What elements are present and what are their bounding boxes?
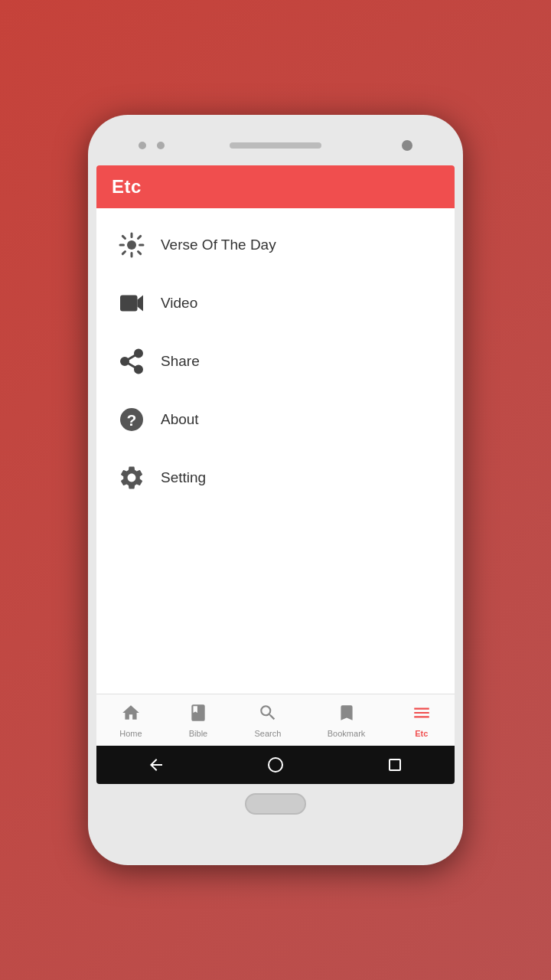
svg-line-15	[128, 355, 135, 360]
physical-home-button[interactable]	[245, 793, 306, 815]
video-label: Video	[161, 295, 197, 312]
page-title: Etc	[112, 176, 142, 198]
svg-point-18	[269, 758, 282, 772]
svg-marker-10	[138, 296, 144, 312]
nav-bible-label: Bible	[189, 729, 207, 738]
svg-rect-9	[120, 296, 138, 312]
nav-item-search[interactable]: Search	[245, 698, 290, 743]
setting-label: Setting	[161, 469, 206, 486]
svg-line-5	[122, 236, 125, 238]
nav-search-label: Search	[254, 729, 281, 738]
svg-line-6	[138, 251, 140, 253]
svg-point-0	[127, 240, 136, 250]
home-icon	[121, 703, 141, 726]
android-home-button[interactable]	[266, 756, 285, 774]
back-button[interactable]	[147, 756, 165, 774]
app-header: Etc	[96, 165, 455, 208]
phone-shell: Etc	[88, 115, 463, 865]
bottom-nav: Home Bible Search	[96, 694, 455, 746]
phone-speaker	[230, 142, 321, 149]
svg-point-11	[135, 350, 142, 357]
nav-bookmark-label: Bookmark	[328, 729, 366, 738]
share-icon	[115, 345, 148, 378]
nav-etc-label: Etc	[415, 729, 428, 738]
book-icon	[188, 703, 208, 726]
phone-camera	[402, 140, 412, 151]
svg-line-8	[122, 251, 125, 253]
nav-item-bible[interactable]: Bible	[179, 698, 217, 743]
menu-item-share[interactable]: Share	[96, 332, 455, 390]
help-icon: ?	[115, 403, 148, 436]
verse-of-the-day-label: Verse Of The Day	[161, 237, 276, 253]
svg-point-13	[135, 366, 142, 373]
nav-home-label: Home	[119, 729, 142, 738]
menu-list: Verse Of The Day Video	[96, 208, 455, 694]
menu-item-setting[interactable]: Setting	[96, 449, 455, 507]
video-icon	[115, 286, 148, 320]
menu-item-about[interactable]: ? About	[96, 390, 455, 449]
svg-line-14	[128, 363, 135, 368]
menu-lines-icon	[412, 703, 432, 726]
nav-item-bookmark[interactable]: Bookmark	[318, 698, 375, 743]
svg-rect-19	[390, 760, 400, 770]
svg-point-12	[122, 358, 129, 365]
about-label: About	[161, 411, 199, 428]
phone-bottom-bezel	[96, 784, 455, 824]
menu-item-verse-of-the-day[interactable]: Verse Of The Day	[96, 216, 455, 274]
nav-item-etc[interactable]: Etc	[403, 698, 441, 743]
phone-top-bezel	[96, 129, 455, 162]
share-label: Share	[161, 353, 200, 370]
menu-item-video[interactable]: Video	[96, 274, 455, 332]
phone-dot-left	[139, 142, 146, 149]
bookmark-icon	[337, 703, 357, 726]
search-icon	[258, 703, 278, 726]
svg-text:?: ?	[127, 411, 137, 429]
phone-screen: Etc	[96, 165, 455, 784]
system-bar	[96, 746, 455, 784]
nav-item-home[interactable]: Home	[110, 698, 151, 743]
sun-icon	[115, 228, 148, 262]
svg-line-7	[138, 236, 140, 238]
phone-dot-right	[157, 142, 165, 149]
recent-apps-button[interactable]	[386, 756, 404, 774]
gear-icon	[115, 461, 148, 495]
